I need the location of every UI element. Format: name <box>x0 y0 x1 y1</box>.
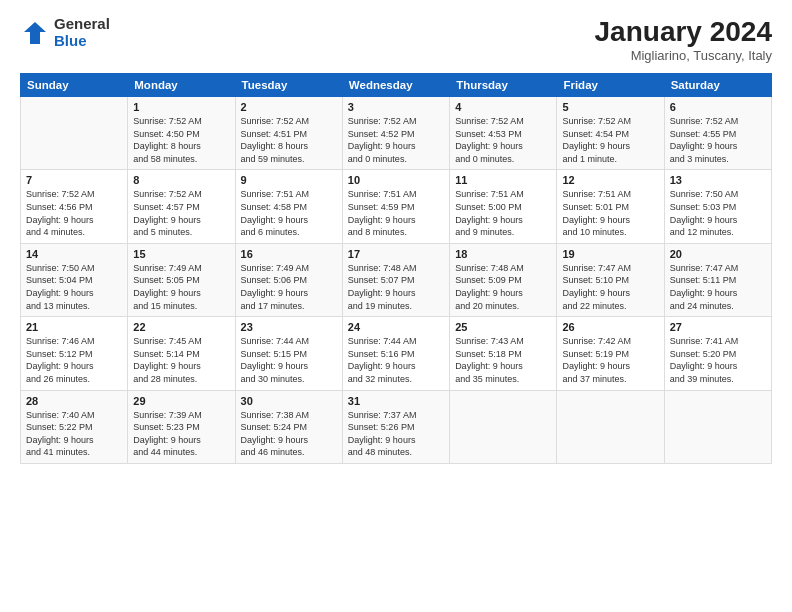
day-info: Sunrise: 7:39 AM Sunset: 5:23 PM Dayligh… <box>133 409 229 459</box>
col-header-friday: Friday <box>557 74 664 97</box>
day-cell-7: 7Sunrise: 7:52 AM Sunset: 4:56 PM Daylig… <box>21 170 128 243</box>
day-info: Sunrise: 7:48 AM Sunset: 5:07 PM Dayligh… <box>348 262 444 312</box>
day-cell-14: 14Sunrise: 7:50 AM Sunset: 5:04 PM Dayli… <box>21 243 128 316</box>
day-number: 23 <box>241 321 337 333</box>
day-cell-16: 16Sunrise: 7:49 AM Sunset: 5:06 PM Dayli… <box>235 243 342 316</box>
day-info: Sunrise: 7:44 AM Sunset: 5:15 PM Dayligh… <box>241 335 337 385</box>
day-number: 7 <box>26 174 122 186</box>
day-info: Sunrise: 7:42 AM Sunset: 5:19 PM Dayligh… <box>562 335 658 385</box>
day-info: Sunrise: 7:51 AM Sunset: 4:58 PM Dayligh… <box>241 188 337 238</box>
day-number: 22 <box>133 321 229 333</box>
day-number: 16 <box>241 248 337 260</box>
day-number: 18 <box>455 248 551 260</box>
day-cell-1: 1Sunrise: 7:52 AM Sunset: 4:50 PM Daylig… <box>128 97 235 170</box>
day-info: Sunrise: 7:41 AM Sunset: 5:20 PM Dayligh… <box>670 335 766 385</box>
logo-text: General Blue <box>54 16 110 49</box>
day-info: Sunrise: 7:52 AM Sunset: 4:51 PM Dayligh… <box>241 115 337 165</box>
day-cell-21: 21Sunrise: 7:46 AM Sunset: 5:12 PM Dayli… <box>21 317 128 390</box>
header-row: SundayMondayTuesdayWednesdayThursdayFrid… <box>21 74 772 97</box>
day-number: 14 <box>26 248 122 260</box>
day-cell-30: 30Sunrise: 7:38 AM Sunset: 5:24 PM Dayli… <box>235 390 342 463</box>
day-info: Sunrise: 7:51 AM Sunset: 5:00 PM Dayligh… <box>455 188 551 238</box>
day-number: 29 <box>133 395 229 407</box>
day-cell-22: 22Sunrise: 7:45 AM Sunset: 5:14 PM Dayli… <box>128 317 235 390</box>
day-info: Sunrise: 7:52 AM Sunset: 4:52 PM Dayligh… <box>348 115 444 165</box>
svg-marker-0 <box>24 22 46 44</box>
day-info: Sunrise: 7:38 AM Sunset: 5:24 PM Dayligh… <box>241 409 337 459</box>
day-number: 17 <box>348 248 444 260</box>
empty-cell <box>664 390 771 463</box>
day-number: 28 <box>26 395 122 407</box>
day-info: Sunrise: 7:52 AM Sunset: 4:57 PM Dayligh… <box>133 188 229 238</box>
day-info: Sunrise: 7:51 AM Sunset: 5:01 PM Dayligh… <box>562 188 658 238</box>
logo-icon <box>20 18 50 48</box>
day-cell-9: 9Sunrise: 7:51 AM Sunset: 4:58 PM Daylig… <box>235 170 342 243</box>
day-number: 13 <box>670 174 766 186</box>
day-info: Sunrise: 7:40 AM Sunset: 5:22 PM Dayligh… <box>26 409 122 459</box>
day-cell-2: 2Sunrise: 7:52 AM Sunset: 4:51 PM Daylig… <box>235 97 342 170</box>
day-cell-18: 18Sunrise: 7:48 AM Sunset: 5:09 PM Dayli… <box>450 243 557 316</box>
day-cell-11: 11Sunrise: 7:51 AM Sunset: 5:00 PM Dayli… <box>450 170 557 243</box>
day-cell-27: 27Sunrise: 7:41 AM Sunset: 5:20 PM Dayli… <box>664 317 771 390</box>
day-number: 3 <box>348 101 444 113</box>
day-cell-28: 28Sunrise: 7:40 AM Sunset: 5:22 PM Dayli… <box>21 390 128 463</box>
col-header-sunday: Sunday <box>21 74 128 97</box>
day-number: 5 <box>562 101 658 113</box>
day-cell-24: 24Sunrise: 7:44 AM Sunset: 5:16 PM Dayli… <box>342 317 449 390</box>
day-number: 21 <box>26 321 122 333</box>
day-cell-5: 5Sunrise: 7:52 AM Sunset: 4:54 PM Daylig… <box>557 97 664 170</box>
day-cell-29: 29Sunrise: 7:39 AM Sunset: 5:23 PM Dayli… <box>128 390 235 463</box>
title-block: January 2024 Migliarino, Tuscany, Italy <box>595 16 772 63</box>
day-info: Sunrise: 7:52 AM Sunset: 4:54 PM Dayligh… <box>562 115 658 165</box>
day-info: Sunrise: 7:46 AM Sunset: 5:12 PM Dayligh… <box>26 335 122 385</box>
day-cell-6: 6Sunrise: 7:52 AM Sunset: 4:55 PM Daylig… <box>664 97 771 170</box>
day-cell-20: 20Sunrise: 7:47 AM Sunset: 5:11 PM Dayli… <box>664 243 771 316</box>
empty-cell <box>21 97 128 170</box>
day-info: Sunrise: 7:47 AM Sunset: 5:10 PM Dayligh… <box>562 262 658 312</box>
day-cell-3: 3Sunrise: 7:52 AM Sunset: 4:52 PM Daylig… <box>342 97 449 170</box>
col-header-monday: Monday <box>128 74 235 97</box>
day-number: 27 <box>670 321 766 333</box>
day-number: 19 <box>562 248 658 260</box>
day-cell-26: 26Sunrise: 7:42 AM Sunset: 5:19 PM Dayli… <box>557 317 664 390</box>
day-number: 30 <box>241 395 337 407</box>
col-header-wednesday: Wednesday <box>342 74 449 97</box>
col-header-tuesday: Tuesday <box>235 74 342 97</box>
day-info: Sunrise: 7:45 AM Sunset: 5:14 PM Dayligh… <box>133 335 229 385</box>
empty-cell <box>450 390 557 463</box>
day-info: Sunrise: 7:50 AM Sunset: 5:04 PM Dayligh… <box>26 262 122 312</box>
day-cell-17: 17Sunrise: 7:48 AM Sunset: 5:07 PM Dayli… <box>342 243 449 316</box>
calendar-table: SundayMondayTuesdayWednesdayThursdayFrid… <box>20 73 772 464</box>
day-info: Sunrise: 7:50 AM Sunset: 5:03 PM Dayligh… <box>670 188 766 238</box>
week-row-1: 1Sunrise: 7:52 AM Sunset: 4:50 PM Daylig… <box>21 97 772 170</box>
empty-cell <box>557 390 664 463</box>
day-cell-25: 25Sunrise: 7:43 AM Sunset: 5:18 PM Dayli… <box>450 317 557 390</box>
day-number: 25 <box>455 321 551 333</box>
day-number: 26 <box>562 321 658 333</box>
day-cell-12: 12Sunrise: 7:51 AM Sunset: 5:01 PM Dayli… <box>557 170 664 243</box>
day-info: Sunrise: 7:44 AM Sunset: 5:16 PM Dayligh… <box>348 335 444 385</box>
day-cell-13: 13Sunrise: 7:50 AM Sunset: 5:03 PM Dayli… <box>664 170 771 243</box>
week-row-2: 7Sunrise: 7:52 AM Sunset: 4:56 PM Daylig… <box>21 170 772 243</box>
week-row-4: 21Sunrise: 7:46 AM Sunset: 5:12 PM Dayli… <box>21 317 772 390</box>
logo: General Blue <box>20 16 110 49</box>
day-cell-4: 4Sunrise: 7:52 AM Sunset: 4:53 PM Daylig… <box>450 97 557 170</box>
week-row-3: 14Sunrise: 7:50 AM Sunset: 5:04 PM Dayli… <box>21 243 772 316</box>
logo-general: General <box>54 16 110 33</box>
day-number: 8 <box>133 174 229 186</box>
day-number: 9 <box>241 174 337 186</box>
day-info: Sunrise: 7:49 AM Sunset: 5:06 PM Dayligh… <box>241 262 337 312</box>
day-cell-19: 19Sunrise: 7:47 AM Sunset: 5:10 PM Dayli… <box>557 243 664 316</box>
day-number: 4 <box>455 101 551 113</box>
day-info: Sunrise: 7:51 AM Sunset: 4:59 PM Dayligh… <box>348 188 444 238</box>
day-info: Sunrise: 7:37 AM Sunset: 5:26 PM Dayligh… <box>348 409 444 459</box>
day-info: Sunrise: 7:48 AM Sunset: 5:09 PM Dayligh… <box>455 262 551 312</box>
day-info: Sunrise: 7:52 AM Sunset: 4:55 PM Dayligh… <box>670 115 766 165</box>
page: General Blue January 2024 Migliarino, Tu… <box>0 0 792 612</box>
day-info: Sunrise: 7:52 AM Sunset: 4:53 PM Dayligh… <box>455 115 551 165</box>
day-info: Sunrise: 7:52 AM Sunset: 4:50 PM Dayligh… <box>133 115 229 165</box>
day-number: 12 <box>562 174 658 186</box>
day-info: Sunrise: 7:49 AM Sunset: 5:05 PM Dayligh… <box>133 262 229 312</box>
day-number: 10 <box>348 174 444 186</box>
header: General Blue January 2024 Migliarino, Tu… <box>20 16 772 63</box>
